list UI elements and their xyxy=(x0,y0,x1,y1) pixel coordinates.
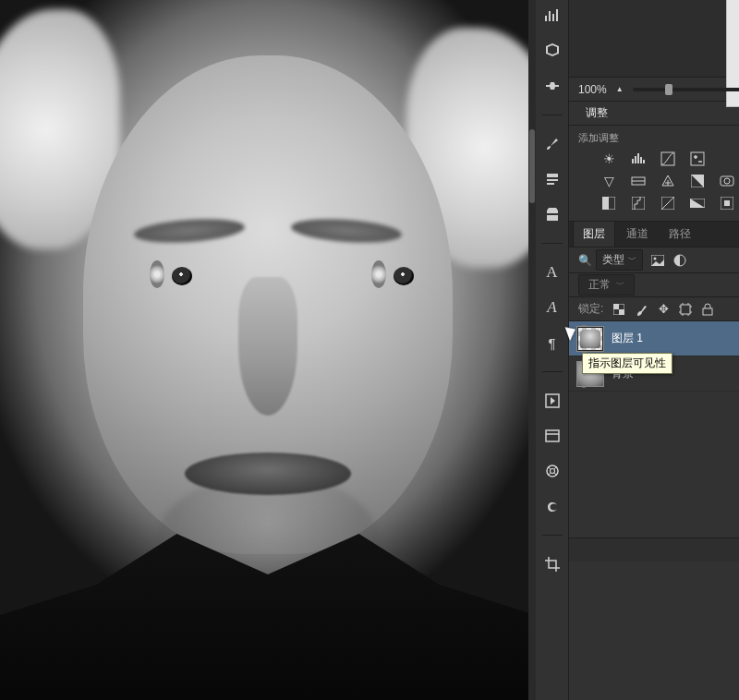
crop-icon[interactable] xyxy=(542,554,563,574)
chevron-down-icon: ﹀ xyxy=(616,279,624,291)
learn-icon[interactable] xyxy=(542,461,563,481)
svg-point-3 xyxy=(550,469,554,474)
filter-image-icon[interactable] xyxy=(650,253,665,268)
lock-transparency-icon[interactable] xyxy=(612,303,625,316)
adj-curves-icon[interactable] xyxy=(660,151,676,167)
svg-rect-23 xyxy=(681,305,690,314)
svg-rect-18 xyxy=(724,200,730,206)
cc-icon[interactable] xyxy=(542,496,563,516)
adj-posterize-icon[interactable] xyxy=(630,195,647,211)
actions-icon[interactable] xyxy=(542,391,563,411)
chevron-down-icon: ﹀ xyxy=(628,254,636,266)
adj-brightness-icon[interactable]: ☀ xyxy=(600,151,617,167)
adj-hue-sat-icon[interactable] xyxy=(630,173,647,189)
character-icon[interactable]: A xyxy=(542,262,563,283)
search-icon: 🔍 xyxy=(578,254,592,267)
vertical-scrollbar-thumb[interactable] xyxy=(529,129,535,203)
filter-adjustment-icon[interactable] xyxy=(672,253,687,268)
tab-paths[interactable]: 路径 xyxy=(660,222,700,247)
layer-list-empty-area[interactable] xyxy=(569,392,739,537)
layer-name[interactable]: 图层 1 xyxy=(612,331,643,346)
layer-list: 👁 图层 1 指示图层可见性 👁 背景 xyxy=(569,321,739,392)
svg-rect-24 xyxy=(703,308,712,315)
adj-color-balance-icon[interactable] xyxy=(660,173,676,189)
right-rail: A A ¶ xyxy=(536,0,739,700)
adj-exposure-icon[interactable] xyxy=(689,151,706,167)
adj-invert-icon[interactable] xyxy=(600,195,617,211)
document-image xyxy=(0,0,536,700)
clone-source-icon[interactable] xyxy=(542,204,563,224)
histogram-icon[interactable] xyxy=(542,6,563,26)
lock-label: 锁定: xyxy=(578,301,603,317)
brushes-icon[interactable] xyxy=(542,134,563,154)
navigator-zoom-bar: 100% ▲ xyxy=(569,77,739,101)
adj-photo-filter-icon[interactable] xyxy=(719,173,735,189)
svg-rect-5 xyxy=(691,152,704,165)
lock-pixels-icon[interactable] xyxy=(635,303,648,316)
brush-settings-icon[interactable] xyxy=(542,169,563,189)
adj-threshold-icon[interactable] xyxy=(660,195,676,211)
layer-row[interactable]: 👁 图层 1 指示图层可见性 xyxy=(569,321,739,356)
paragraph-icon[interactable]: ¶ xyxy=(542,332,563,353)
adj-levels-icon[interactable] xyxy=(630,151,647,167)
lock-position-icon[interactable]: ✥ xyxy=(657,303,670,316)
tab-adjustments[interactable]: 调整 xyxy=(578,102,615,125)
layers-lock-row: 锁定: ✥ xyxy=(569,297,739,321)
zoom-out-icon[interactable]: ▲ xyxy=(616,85,624,93)
layer-filter-type-dropdown[interactable]: 类型 ﹀ xyxy=(596,249,643,271)
svg-rect-1 xyxy=(546,430,559,441)
svg-point-20 xyxy=(654,257,657,259)
tab-channels[interactable]: 通道 xyxy=(617,222,658,247)
layer-thumbnail[interactable] xyxy=(576,326,604,352)
adj-selective-color-icon[interactable] xyxy=(719,195,735,211)
tab-layers[interactable]: 图层 xyxy=(573,221,615,247)
collapsed-panel-strip: A A ¶ xyxy=(536,0,569,700)
vertical-scrollbar-track[interactable] xyxy=(528,0,536,700)
adjustments-panel: 添加调整 ☀ ▽ xyxy=(569,126,739,222)
document-canvas[interactable] xyxy=(0,0,536,700)
zoom-value[interactable]: 100% xyxy=(578,83,607,96)
adjustments-panel-header: 调整 xyxy=(569,102,739,126)
layers-panel-footer: ⊂⊃ xyxy=(569,537,739,561)
zoom-slider[interactable] xyxy=(633,88,739,91)
glyphs-icon[interactable]: A xyxy=(542,297,563,318)
3d-icon[interactable] xyxy=(542,41,563,61)
layers-blend-row: 正常 ﹀ 不透 xyxy=(569,273,739,297)
navigator-preview[interactable] xyxy=(569,0,739,77)
svg-rect-14 xyxy=(632,197,645,210)
libraries-icon[interactable] xyxy=(542,426,563,446)
panel-stack: 100% ▲ 调整 添加调整 ☀ ▽ xyxy=(569,0,739,700)
adjustments-add-label: 添加调整 xyxy=(578,131,739,145)
lock-artboard-icon[interactable] xyxy=(679,303,692,316)
layers-filter-bar: 🔍 类型 ﹀ xyxy=(569,247,739,273)
navigator-panel: 100% ▲ xyxy=(569,0,739,102)
svg-point-9 xyxy=(724,178,730,184)
layers-tabbar: 图层 通道 路径 xyxy=(569,222,739,247)
app-root: A A ¶ xyxy=(0,0,739,700)
measure-icon[interactable] xyxy=(542,76,563,96)
layer-visibility-tooltip: 指示图层可见性 xyxy=(582,353,672,374)
zoom-slider-knob[interactable] xyxy=(665,84,672,95)
lock-all-icon[interactable] xyxy=(701,303,714,316)
blend-mode-dropdown[interactable]: 正常 ﹀ xyxy=(578,274,635,296)
adj-vibrance-icon[interactable]: ▽ xyxy=(600,173,617,189)
layer-filter-label: 类型 xyxy=(602,252,624,268)
adj-bw-icon[interactable] xyxy=(689,173,706,189)
blend-mode-value: 正常 xyxy=(588,277,611,293)
adj-gradient-map-icon[interactable] xyxy=(689,195,706,211)
